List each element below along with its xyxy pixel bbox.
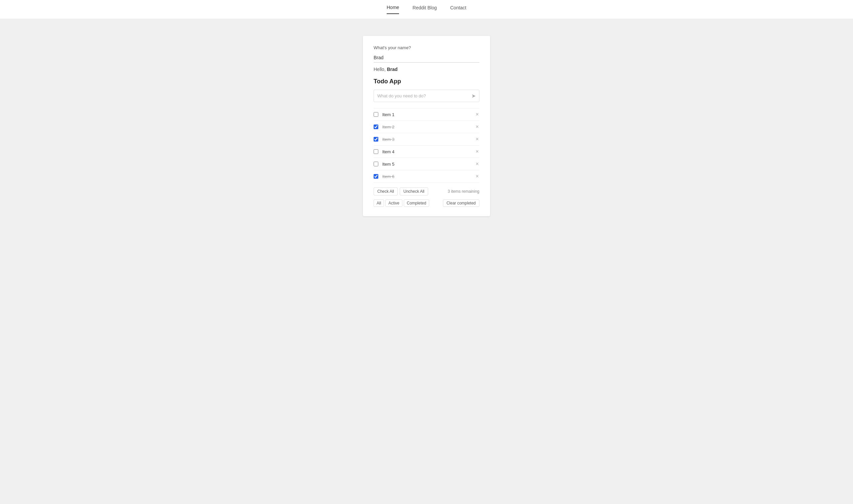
filter-all-button[interactable]: All: [374, 199, 384, 207]
clear-completed-button[interactable]: Clear completed: [443, 199, 479, 207]
todo-text-6: Item 6: [382, 174, 475, 179]
nav-link-home[interactable]: Home: [387, 5, 399, 14]
todo-text-2: Item 2: [382, 125, 475, 129]
todo-input[interactable]: [377, 93, 472, 98]
main-card: What's your name? Hello, Brad Todo App ➤…: [363, 36, 490, 216]
filter-group: All Active Completed: [374, 199, 429, 207]
navigation: Home Reddit Blog Contact: [0, 0, 853, 19]
todo-input-wrap: ➤: [374, 90, 479, 102]
hello-text: Hello, Brad: [374, 67, 479, 72]
name-label: What's your name?: [374, 45, 479, 50]
name-input[interactable]: [374, 54, 479, 62]
todo-item: Item 2×: [374, 121, 479, 133]
todo-item: Item 3×: [374, 133, 479, 146]
todo-text-4: Item 4: [382, 149, 475, 154]
controls-bottom: All Active Completed Clear completed: [374, 199, 479, 207]
todo-title: Todo App: [374, 78, 479, 85]
todo-item: Item 4×: [374, 146, 479, 158]
nav-link-contact[interactable]: Contact: [450, 5, 466, 14]
controls-top: Check All Uncheck All 3 items remaining: [374, 187, 479, 195]
hello-name: Brad: [387, 67, 398, 72]
todo-checkbox-4[interactable]: [374, 149, 378, 154]
todo-checkbox-2[interactable]: [374, 125, 378, 129]
todo-remove-3[interactable]: ×: [475, 137, 479, 142]
uncheck-all-button[interactable]: Uncheck All: [400, 187, 428, 195]
hello-prefix: Hello,: [374, 67, 387, 72]
todo-item: Item 1×: [374, 108, 479, 121]
todo-remove-5[interactable]: ×: [475, 161, 479, 167]
check-uncheck-group: Check All Uncheck All: [374, 187, 428, 195]
todo-remove-4[interactable]: ×: [475, 149, 479, 154]
page-content: What's your name? Hello, Brad Todo App ➤…: [0, 19, 853, 233]
nav-link-reddit-blog[interactable]: Reddit Blog: [412, 5, 437, 14]
check-all-button[interactable]: Check All: [374, 187, 398, 195]
todo-item: Item 5×: [374, 158, 479, 170]
todo-remove-2[interactable]: ×: [475, 124, 479, 129]
filter-active-button[interactable]: Active: [385, 199, 403, 207]
todo-list: Item 1×Item 2×Item 3×Item 4×Item 5×Item …: [374, 108, 479, 183]
send-icon[interactable]: ➤: [472, 93, 476, 99]
todo-checkbox-6[interactable]: [374, 174, 378, 179]
filter-completed-button[interactable]: Completed: [404, 199, 429, 207]
todo-checkbox-3[interactable]: [374, 137, 378, 142]
todo-text-1: Item 1: [382, 112, 475, 117]
todo-item: Item 6×: [374, 170, 479, 183]
todo-text-5: Item 5: [382, 162, 475, 167]
todo-text-3: Item 3: [382, 137, 475, 142]
todo-remove-1[interactable]: ×: [475, 112, 479, 117]
items-remaining: 3 items remaining: [448, 189, 479, 194]
todo-remove-6[interactable]: ×: [475, 174, 479, 179]
todo-checkbox-5[interactable]: [374, 162, 378, 166]
todo-checkbox-1[interactable]: [374, 112, 378, 117]
